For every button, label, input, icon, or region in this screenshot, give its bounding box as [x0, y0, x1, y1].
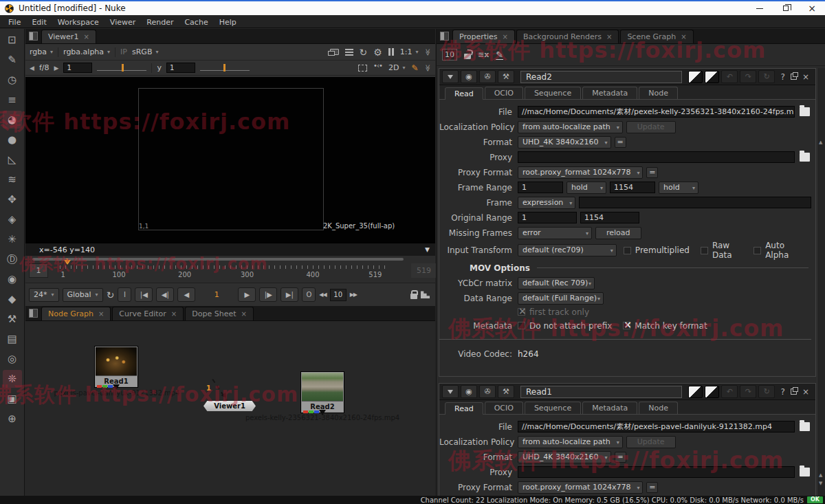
play-backward-button[interactable]: ◀: [177, 287, 195, 302]
tab-sequence[interactable]: Sequence: [525, 402, 581, 414]
wrench-icon[interactable]: ⚒: [498, 385, 514, 398]
views-icon[interactable]: ◉: [3, 270, 22, 288]
proxy-format-dropdown[interactable]: root.proxy_format 1024x778: [518, 481, 643, 494]
tab-ocio[interactable]: OCIO: [485, 87, 523, 99]
tab-close-icon[interactable]: ×: [83, 33, 89, 41]
range-start-input[interactable]: 1: [518, 182, 563, 193]
previous-keyframe-button[interactable]: ◀|: [156, 287, 174, 302]
tab-close-icon[interactable]: ×: [171, 310, 177, 318]
set-in-button[interactable]: I: [118, 287, 131, 302]
expression-icon[interactable]: ≡x: [478, 50, 489, 59]
other-icon[interactable]: ▤: [3, 330, 22, 348]
flipbook-icon[interactable]: ✇: [479, 70, 496, 83]
tab-node-graph[interactable]: Node Graph ×: [41, 307, 111, 320]
tab-metadata[interactable]: Metadata: [582, 87, 637, 99]
undo-icon[interactable]: ↶: [721, 385, 738, 398]
update-button[interactable]: Update: [626, 436, 676, 448]
go-to-end-button[interactable]: ▶|: [280, 287, 298, 302]
tab-close-icon[interactable]: ×: [606, 33, 612, 41]
tab-background-renders[interactable]: Background Renders ×: [516, 30, 619, 43]
deep-icon[interactable]: Ⓓ: [3, 250, 22, 268]
collapse-chevron-icon[interactable]: ≫: [424, 65, 432, 71]
input-tree-icon[interactable]: [373, 64, 382, 72]
playhead[interactable]: 1: [63, 258, 72, 278]
loop-mode-icon[interactable]: ↻: [107, 290, 115, 300]
collapse-chevron-icon[interactable]: ≫: [424, 49, 432, 55]
pane-splitter-icon[interactable]: [29, 309, 38, 318]
gl-color-swatch[interactable]: [705, 386, 719, 398]
tab-ocio[interactable]: OCIO: [485, 402, 523, 414]
proxy-input[interactable]: [518, 466, 795, 478]
step-back-icon[interactable]: ◀◀: [319, 292, 326, 298]
go-to-start-button[interactable]: |◀: [135, 287, 153, 302]
close-panel-icon[interactable]: ×: [799, 387, 813, 397]
minimize-panel-icon[interactable]: [442, 385, 459, 398]
menu-cache[interactable]: Cache: [180, 17, 214, 28]
sparkles-icon[interactable]: ❊: [3, 370, 22, 388]
alpha-dropdown[interactable]: rgba.alpha: [63, 47, 110, 56]
timeline-scrollbar[interactable]: [32, 258, 404, 261]
menu-file[interactable]: File: [4, 17, 28, 28]
range-start-mode-dropdown[interactable]: hold: [566, 182, 606, 194]
stop-at-keyframes-icon[interactable]: [421, 291, 430, 298]
tab-dope-sheet[interactable]: Dope Sheet ×: [185, 307, 254, 320]
pane-splitter-icon[interactable]: [29, 32, 38, 41]
node-color-swatch[interactable]: [688, 71, 703, 83]
tab-node[interactable]: Node: [639, 87, 678, 99]
play-forward-button[interactable]: ▶: [238, 287, 256, 302]
channels-dropdown[interactable]: rgba: [30, 47, 53, 56]
raw-data-checkbox[interactable]: Raw Data: [701, 241, 742, 260]
auto-alpha-checkbox[interactable]: Auto Alpha: [754, 241, 800, 260]
3d-icon[interactable]: ◈: [3, 210, 22, 228]
particles-icon[interactable]: ✳: [3, 230, 22, 248]
image-icon[interactable]: ⊡: [3, 31, 22, 49]
roi-marquee-icon[interactable]: [358, 65, 367, 72]
unlock-icon[interactable]: [464, 54, 471, 59]
tab-read[interactable]: Read: [445, 402, 483, 415]
zoom-dropdown[interactable]: 1:1: [400, 47, 419, 56]
undo-icon[interactable]: ↶: [721, 70, 738, 83]
fps-dropdown[interactable]: 24*: [29, 288, 59, 302]
center-node-icon[interactable]: ◉: [461, 385, 477, 398]
fstop-prev-icon[interactable]: ◀: [30, 65, 34, 72]
flipbook-icon[interactable]: ✇: [479, 385, 496, 398]
node-viewer1[interactable]: Viewer1: [204, 401, 256, 411]
center-node-icon[interactable]: ◉: [461, 70, 477, 83]
frame-expression-input[interactable]: [579, 197, 811, 208]
redo-icon[interactable]: ↷: [740, 70, 756, 83]
scroll-down-icon[interactable]: ▼: [819, 481, 822, 486]
reload-button[interactable]: reload: [595, 227, 641, 239]
menu-render[interactable]: Render: [142, 17, 180, 28]
current-frame-display[interactable]: 1: [199, 290, 234, 299]
tab-node[interactable]: Node: [639, 402, 678, 414]
gamma-input[interactable]: 1: [166, 63, 195, 73]
data-range-dropdown[interactable]: default (Full Range): [518, 292, 604, 305]
merge-icon[interactable]: ≋: [3, 171, 22, 188]
edit-pencil-icon[interactable]: ✎: [496, 50, 503, 60]
proxy-format-equals-button[interactable]: =: [646, 167, 658, 178]
wipe-layers-icon[interactable]: [345, 49, 353, 56]
format-dropdown[interactable]: UHD_4K 3840x2160: [518, 136, 611, 149]
format-equals-button[interactable]: =: [615, 137, 626, 148]
localization-dropdown[interactable]: from auto-localize path: [518, 436, 623, 448]
input-transform-dropdown[interactable]: default (rec709): [518, 244, 617, 256]
fstop-label[interactable]: f/8: [39, 63, 50, 72]
properties-scrollbar[interactable]: ▲ ▲ ▼: [817, 68, 825, 496]
proxy-gear-icon[interactable]: ⚙: [373, 47, 382, 57]
furnace-icon[interactable]: ◎: [3, 350, 22, 368]
update-button[interactable]: Update: [626, 121, 676, 133]
gain-input[interactable]: 1: [63, 63, 92, 73]
tab-close-icon[interactable]: ×: [98, 310, 104, 318]
node-graph-canvas[interactable]: Read1 pexels-pavel-danilyuk-9121382.mp4 …: [25, 321, 435, 496]
node-name-field[interactable]: Read2: [520, 71, 682, 83]
premultiplied-checkbox[interactable]: Premultiplied: [624, 245, 690, 255]
frame-ruler[interactable]: 1 100 200 300 400 519 1: [60, 263, 388, 281]
proxy-format-equals-button[interactable]: =: [646, 482, 658, 493]
tab-close-icon[interactable]: ×: [241, 310, 247, 318]
frame-increment-input[interactable]: 10: [330, 289, 346, 301]
color-icon[interactable]: ◕: [3, 111, 22, 129]
float-panel-icon[interactable]: [791, 74, 797, 80]
localization-dropdown[interactable]: from auto-localize path: [518, 121, 623, 133]
restore-button[interactable]: [773, 1, 799, 15]
format-dropdown[interactable]: UHD_4K 3840x2160: [518, 451, 611, 463]
